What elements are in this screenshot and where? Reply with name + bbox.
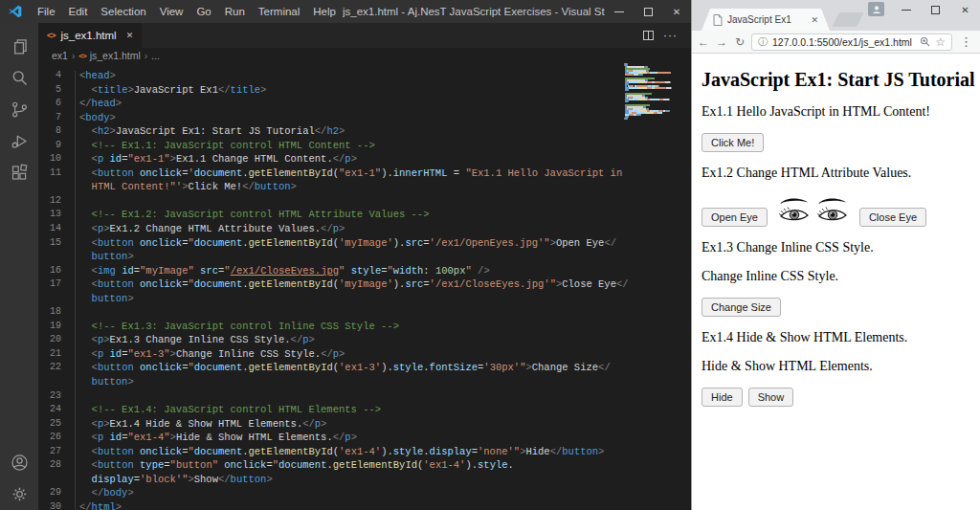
editor-tabbar: <> js_ex1.html ✕ ··· — [38, 23, 691, 48]
line-number — [38, 180, 61, 194]
back-icon[interactable]: ← — [697, 35, 710, 49]
vscode-window: FileEditSelectionViewGoRunTerminalHelp j… — [0, 0, 691, 510]
more-actions-icon[interactable]: ··· — [663, 29, 678, 42]
code-row: 29 </body> — [38, 486, 624, 500]
minimize-button[interactable] — [891, 0, 921, 20]
extensions-icon[interactable] — [0, 157, 38, 188]
code-editor[interactable]: 4<head>5 <title>JavaScript Ex1</title>6<… — [38, 63, 691, 510]
menu-item-view[interactable]: View — [153, 0, 190, 23]
close-button[interactable]: ✕ — [662, 0, 691, 23]
files-icon[interactable] — [0, 31, 38, 62]
browser-tab[interactable]: JavaScript Ex1 ✕ — [702, 9, 830, 31]
browser-tab-close-icon[interactable]: ✕ — [811, 15, 818, 25]
line-number: 9 — [38, 139, 61, 153]
menu-item-selection[interactable]: Selection — [94, 0, 152, 23]
browser-window: JavaScript Ex1 ✕ ✕ ← → ↻ ⓘ 127.0 — [691, 0, 980, 510]
ex1-4-text: Ex1.4 Hide & Show HTML Elements. — [702, 330, 970, 345]
refresh-icon[interactable]: ↻ — [733, 35, 746, 49]
breadcrumb-item[interactable]: ex1 — [52, 50, 68, 61]
settings-gear-icon[interactable] — [0, 478, 38, 510]
line-number: 17 — [38, 277, 61, 292]
code-row: 23 — [38, 389, 624, 404]
account-icon[interactable] — [0, 447, 38, 478]
browser-window-controls: ✕ — [891, 0, 980, 20]
minimap[interactable] — [624, 63, 683, 120]
maximize-button[interactable] — [634, 0, 662, 23]
line-number — [38, 375, 61, 389]
breadcrumb-item[interactable]: js_ex1.html — [90, 50, 141, 61]
click-me-button[interactable]: Click Me! — [702, 133, 764, 152]
close-button[interactable]: ✕ — [950, 0, 980, 20]
line-number: 25 — [38, 417, 61, 432]
line-number: 11 — [38, 166, 61, 181]
address-bar[interactable]: ⓘ 127.0.0.1:5500/ex1/js_ex1.html ☆ — [751, 33, 952, 51]
breadcrumb-item[interactable]: ... — [151, 50, 160, 61]
maximize-button[interactable] — [921, 0, 950, 20]
menu-item-run[interactable]: Run — [218, 0, 252, 23]
code-row: 10 <p id="ex1-1">Ex1.1 Change HTML Conte… — [38, 152, 624, 166]
editor-actions: ··· — [643, 23, 691, 48]
line-number: 8 — [38, 124, 61, 139]
hide-button[interactable]: Hide — [702, 388, 743, 407]
window-title: js_ex1.html - Aj.NesT JavaScript Exercis… — [343, 6, 605, 17]
line-number: 6 — [38, 97, 61, 111]
code-row: 28 <button type="button" onclick="docume… — [38, 458, 624, 473]
code-row: 11 <button onclick='document.getElementB… — [38, 166, 624, 181]
profile-avatar[interactable] — [868, 2, 884, 16]
line-number: 4 — [38, 69, 61, 83]
page-icon — [713, 14, 723, 26]
breadcrumb: ex1›<>js_ex1.html›... — [38, 48, 691, 63]
vscode-window-controls: ✕ — [605, 0, 691, 23]
split-editor-icon[interactable] — [643, 31, 654, 40]
code-row: 7<body> — [38, 111, 624, 125]
code-row: 25 <p>Ex1.4 Hide & Show HTML Elements.</… — [38, 417, 624, 432]
new-tab-button[interactable] — [832, 12, 863, 27]
tab-label: js_ex1.html — [61, 30, 117, 41]
line-number: 30 — [38, 500, 61, 510]
menu-item-file[interactable]: File — [31, 0, 62, 23]
line-number: 10 — [38, 152, 61, 166]
ex1-3-big-text: Change Inline CSS Style. — [702, 269, 970, 284]
line-number: 14 — [38, 222, 61, 236]
tab-close-icon[interactable]: ✕ — [126, 31, 134, 40]
source-control-icon[interactable] — [0, 94, 38, 125]
code-row: 5 <title>JavaScript Ex1</title> — [38, 83, 624, 98]
code-row: 6</head> — [38, 97, 624, 111]
chevron-right-icon: › — [72, 51, 75, 61]
code-row: 30</html> — [38, 500, 624, 510]
html-file-icon: <> — [78, 52, 85, 60]
change-size-button[interactable]: Change Size — [702, 298, 781, 317]
forward-icon[interactable]: → — [715, 35, 728, 49]
run-debug-icon[interactable] — [0, 125, 38, 157]
line-number: 5 — [38, 83, 61, 98]
ex1-3-text: Ex1.3 Change Inline CSS Style. — [702, 240, 970, 255]
browser-toolbar: ← → ↻ ⓘ 127.0.0.1:5500/ex1/js_ex1.html ☆… — [692, 31, 980, 54]
code-row: button> — [38, 375, 624, 389]
line-number: 21 — [38, 347, 61, 362]
site-info-icon[interactable]: ⓘ — [758, 35, 768, 49]
menu-item-go[interactable]: Go — [189, 0, 217, 23]
code-row: 21 <p id="ex1-3">Change Inline CSS Style… — [38, 347, 624, 362]
minimize-button[interactable] — [605, 0, 634, 23]
line-number: 24 — [38, 403, 61, 417]
menu-item-terminal[interactable]: Terminal — [252, 0, 306, 23]
code-row: 8 <h2>JavaScript Ex1: Start JS Tutorial<… — [38, 124, 624, 139]
ex1-2-text: Ex1.2 Change HTML Attribute Values. — [702, 166, 970, 181]
menu-item-edit[interactable]: Edit — [62, 0, 95, 23]
close-eye-button[interactable]: Close Eye — [859, 208, 926, 227]
tab-js-ex1[interactable]: <> js_ex1.html ✕ — [38, 23, 142, 48]
bookmark-star-icon[interactable]: ☆ — [935, 35, 946, 49]
menu-item-help[interactable]: Help — [306, 0, 343, 23]
zoom-icon[interactable] — [920, 36, 930, 47]
code-row: 15 <button onclick="document.getElementB… — [38, 236, 624, 251]
search-icon[interactable] — [0, 62, 38, 94]
activity-bar — [0, 23, 38, 510]
line-number — [38, 292, 61, 306]
open-eye-button[interactable]: Open Eye — [702, 208, 768, 227]
show-button[interactable]: Show — [748, 388, 794, 407]
browser-menu-icon[interactable]: ⋮ — [957, 34, 975, 49]
code-lines: 4<head>5 <title>JavaScript Ex1</title>6<… — [38, 69, 624, 510]
line-number: 20 — [38, 333, 61, 347]
line-number: 19 — [38, 320, 61, 334]
line-number: 23 — [38, 389, 61, 404]
